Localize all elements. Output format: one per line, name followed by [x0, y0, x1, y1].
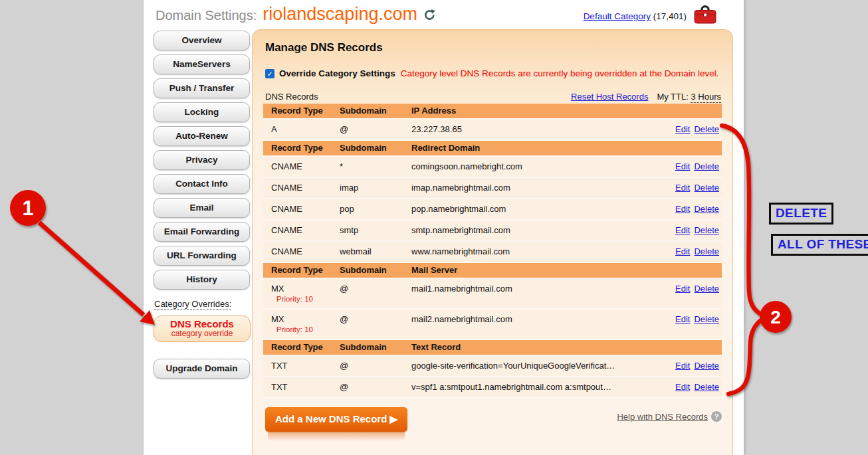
ttl-label: My TTL: [657, 92, 688, 102]
delete-link[interactable]: Delete [694, 225, 719, 235]
edit-link[interactable]: Edit [675, 284, 690, 294]
sidebar-item-upgrade-domain[interactable]: Upgrade Domain [154, 359, 250, 379]
delete-link[interactable]: Delete [694, 382, 719, 392]
sidebar-item-push-transfer[interactable]: Push / Transfer [154, 78, 250, 98]
panel-heading: Manage DNS Records [265, 41, 722, 54]
row-actions: EditDelete [665, 204, 722, 214]
records-toolbar: DNS Records Reset Host Records My TTL: 3… [265, 92, 721, 102]
sidebar-item-overview[interactable]: Overview [154, 31, 250, 50]
record-type-cell: MXPriority: 10 [263, 284, 340, 303]
sidebar: OverviewNameServersPush / TransferLockin… [154, 31, 250, 383]
edit-link[interactable]: Edit [675, 183, 690, 193]
table-section-header: Record TypeSubdomainIP Address [263, 104, 722, 120]
column-header: Text Record [411, 342, 665, 352]
edit-link[interactable]: Edit [675, 361, 690, 371]
sidebar-item-locking[interactable]: Locking [154, 102, 250, 122]
add-dns-record-button[interactable]: Add a New DNS Record ▶ [265, 407, 407, 432]
column-header: Subdomain [340, 143, 411, 153]
delete-link[interactable]: Delete [694, 361, 719, 371]
sidebar-item-email[interactable]: Email [154, 198, 250, 218]
row-actions: EditDelete [665, 382, 722, 392]
page-header: Domain Settings: riolandscaping.com [156, 4, 436, 25]
sidebar-item-history[interactable]: History [154, 270, 250, 290]
record-value-cell: mail2.namebrightmail.com [411, 314, 665, 324]
override-checkbox[interactable]: ✓ [265, 69, 274, 78]
column-header: Record Type [263, 143, 340, 153]
record-value-cell: v=spf1 a:smtpout1.namebrightmail.com a:s… [411, 382, 665, 392]
category-info: Default Category (17,401) [584, 11, 687, 21]
sidebar-item-email-forwarding[interactable]: Email Forwarding [154, 222, 250, 242]
edit-link[interactable]: Edit [675, 161, 690, 171]
reset-host-records-link[interactable]: Reset Host Records [571, 92, 648, 102]
record-value-cell: www.namebrightmail.com [411, 246, 665, 256]
row-actions: EditDelete [665, 124, 722, 134]
subdomain-cell: pop [340, 204, 411, 214]
subdomain-cell: webmail [340, 246, 411, 256]
bottom-row: Add a New DNS Record ▶ Help with DNS Rec… [263, 407, 722, 432]
record-value-cell: 23.227.38.65 [411, 124, 665, 134]
record-type: TXT [271, 361, 340, 371]
column-header: Redirect Domain [411, 143, 665, 153]
row-actions: EditDelete [665, 183, 722, 193]
sidebar-item-url-forwarding[interactable]: URL Forwarding [154, 246, 250, 266]
column-header: Subdomain [340, 342, 411, 352]
edit-link[interactable]: Edit [675, 225, 690, 235]
record-type-cell: CNAME [263, 183, 340, 193]
edit-link[interactable]: Edit [675, 124, 690, 134]
column-header: Record Type [263, 265, 340, 275]
table-row: A@23.227.38.65EditDelete [263, 120, 722, 141]
domain-name: riolandscaping.com [263, 4, 417, 25]
mx-priority: Priority: 10 [276, 295, 340, 303]
subdomain-cell: * [340, 161, 411, 171]
delete-link[interactable]: Delete [694, 124, 719, 134]
table-row: CNAME*comingsoon.namebright.comEditDelet… [263, 157, 722, 178]
delete-link[interactable]: Delete [694, 183, 719, 193]
record-value-cell: comingsoon.namebright.com [411, 161, 665, 171]
table-row: TXT@v=spf1 a:smtpout1.namebrightmail.com… [263, 377, 722, 399]
category-count: (17,401) [653, 11, 687, 21]
sidebar-item-privacy[interactable]: Privacy [154, 150, 250, 170]
annotation-arrow [39, 223, 144, 315]
table-section-header: Record TypeSubdomainRedirect Domain [263, 141, 722, 157]
sidebar-item-nameservers[interactable]: NameServers [154, 54, 250, 74]
page-card: Domain Settings: riolandscaping.com Defa… [143, 0, 744, 455]
delete-link[interactable]: Delete [694, 204, 719, 214]
category-overrides-label: Category Overrides: [154, 299, 231, 310]
sidebar-item-dns-records[interactable]: DNS Records category override [154, 316, 251, 342]
sidebar-item-contact-info[interactable]: Contact Info [154, 174, 250, 194]
record-type-cell: A [263, 124, 340, 134]
record-type: MX [271, 314, 340, 324]
table-row: CNAMEsmtpsmtp.namebrightmail.comEditDele… [263, 221, 722, 242]
row-actions: EditDelete [665, 246, 722, 256]
table-row: CNAMEpoppop.namebrightmail.comEditDelete [263, 199, 722, 221]
record-type-cell: CNAME [263, 161, 340, 171]
row-actions: EditDelete [665, 284, 722, 294]
record-value-cell: pop.namebrightmail.com [411, 204, 665, 214]
annotation-step-1-badge [10, 190, 46, 226]
question-mark-icon[interactable]: ? [711, 411, 722, 422]
edit-link[interactable]: Edit [675, 246, 690, 256]
delete-link[interactable]: Delete [694, 246, 719, 256]
delete-link[interactable]: Delete [694, 284, 719, 294]
record-value-cell: smtp.namebrightmail.com [411, 225, 665, 235]
toolbox-icon[interactable] [693, 5, 717, 27]
annotation-step-2-badge [760, 301, 792, 333]
default-category-link[interactable]: Default Category [584, 11, 651, 21]
ttl-value[interactable]: 3 Hours [691, 92, 721, 103]
mx-priority: Priority: 10 [276, 325, 340, 333]
record-value-cell: google-site-verification=YourUniqueGoogl… [411, 361, 665, 371]
sidebar-item-auto-renew[interactable]: Auto-Renew [154, 126, 250, 146]
edit-link[interactable]: Edit [675, 204, 690, 214]
record-type: CNAME [271, 225, 340, 235]
help-dns-records-link[interactable]: Help with DNS Records [617, 412, 708, 422]
edit-link[interactable]: Edit [675, 314, 690, 324]
category-override-sublabel: category override [154, 329, 250, 338]
annotation-step-1-number: 1 [22, 197, 33, 220]
refresh-icon[interactable] [423, 9, 436, 24]
subdomain-cell: @ [340, 124, 411, 134]
delete-link[interactable]: Delete [694, 161, 719, 171]
delete-link[interactable]: Delete [694, 314, 719, 324]
record-value-cell: imap.namebrightmail.com [411, 183, 665, 193]
table-section-header: Record TypeSubdomainMail Server [263, 263, 722, 279]
edit-link[interactable]: Edit [675, 382, 690, 392]
